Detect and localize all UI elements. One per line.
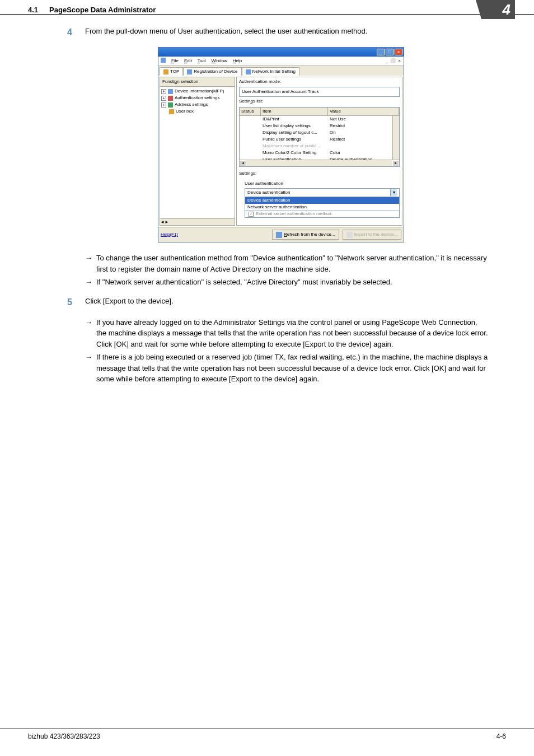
userbox-icon	[169, 109, 174, 114]
settings-label: Settings:	[239, 170, 400, 177]
chapter-number: 4	[481, 0, 515, 19]
tab-top[interactable]: TOP	[160, 67, 183, 76]
section-title: PageScope Data Administrator	[49, 6, 156, 14]
minimize-button[interactable]: _	[377, 49, 385, 55]
tree-item-auth: +Authentication settings	[161, 95, 233, 101]
chevron-down-icon[interactable]: ▾	[390, 189, 397, 196]
list-header: Status Item Value	[240, 108, 399, 116]
export-icon	[346, 232, 353, 238]
tab-row: TOP Registration of Device Network Initi…	[158, 66, 404, 76]
home-icon	[163, 69, 168, 74]
table-row: User list display settingsRestrict	[240, 123, 399, 129]
page-header: 4.1 PageScope Data Administrator 4	[0, 0, 534, 15]
dropdown-list[interactable]: Device authentication Network server aut…	[245, 197, 399, 211]
auth-icon	[168, 96, 173, 101]
settingslist-label: Settings list:	[237, 97, 402, 106]
col-status: Status	[240, 108, 261, 115]
arrow-icon: →	[85, 253, 96, 274]
settings-list: Status Item Value ID&PrintNot Use User l…	[239, 107, 400, 167]
step-text: From the pull-down menu of User authenti…	[85, 26, 489, 39]
table-row: Display setting of logout c...On	[240, 129, 399, 136]
export-button[interactable]: Export to the device...	[343, 230, 401, 240]
external-server-row: ✓External server authentication method:	[245, 211, 400, 218]
table-row: ID&PrintNot Use	[240, 116, 399, 123]
vertical-scrollbar[interactable]	[392, 116, 399, 160]
userauth-label: User authentication	[239, 180, 400, 187]
step-5: 5 Click [Export to the device].	[73, 296, 489, 309]
device-icon	[187, 69, 192, 74]
left-pane-header: Function selection:	[160, 77, 235, 87]
tab-registration[interactable]: Registration of Device	[183, 67, 241, 76]
menu-edit[interactable]: Edit	[184, 58, 192, 64]
tree-item-userbox: User box	[161, 108, 233, 115]
refresh-icon	[276, 232, 282, 238]
step5-sublist: →If you have already logged on to the Ad…	[73, 317, 489, 385]
page-footer: bizhub 423/363/283/223 4-6	[0, 729, 534, 740]
step-text: Click [Export to the device].	[85, 296, 489, 309]
footer-left: bizhub 423/363/283/223	[28, 732, 100, 740]
scroll-left-icon[interactable]: ◄	[160, 219, 165, 225]
maximize-button[interactable]: □	[386, 49, 394, 55]
expander-icon[interactable]: +	[161, 102, 166, 108]
bullet-text: If "Network server authentication" is se…	[96, 277, 489, 288]
tree-item-device: +Device information(MFP)	[161, 88, 233, 95]
network-icon	[246, 69, 251, 74]
device-icon	[168, 89, 173, 94]
tree-view[interactable]: +Device information(MFP) +Authentication…	[160, 87, 235, 218]
menu-tool[interactable]: Tool	[198, 58, 206, 64]
close-button[interactable]: ×	[395, 49, 402, 55]
scroll-right-icon[interactable]: ►	[392, 160, 399, 166]
table-row: Mono Color/2 Color SettingColor	[240, 150, 399, 156]
bottom-bar: Help(F1) Refresh from the device... Expo…	[158, 227, 404, 242]
bullet-text: If you have already logged on to the Adm…	[96, 317, 489, 350]
icon-app	[161, 58, 166, 63]
menubar: File Edit Tool Window Help _ ⬜ ×	[158, 57, 404, 66]
expander-icon[interactable]: +	[161, 96, 166, 101]
left-scrollbar[interactable]: ◄ ►	[160, 218, 235, 225]
tab-network[interactable]: Network Initial Setting	[242, 67, 299, 76]
userauth-dropdown[interactable]: Device authentication ▾ Device authentic…	[245, 188, 400, 211]
step-number: 4	[67, 26, 85, 39]
dropdown-option-selected: Device authentication	[245, 197, 399, 204]
col-value: Value	[328, 108, 399, 115]
arrow-icon: →	[85, 352, 96, 385]
app-window: _ □ × File Edit Tool Window Help _ ⬜ × T…	[158, 47, 404, 242]
step-4: 4 From the pull-down menu of User authen…	[73, 26, 489, 39]
left-pane: Function selection: +Device information(…	[160, 77, 235, 226]
settings-panel: Settings: User authentication Device aut…	[239, 170, 400, 218]
titlebar: _ □ ×	[158, 48, 404, 57]
dropdown-value: Device authentication	[247, 189, 291, 196]
table-row: User authenticationDevice authentication	[240, 156, 399, 160]
menu-help[interactable]: Help	[233, 58, 242, 64]
section-number: 4.1	[28, 6, 38, 14]
mdi-controls[interactable]: _ ⬜ ×	[385, 58, 401, 64]
table-row: Public user settingsRestrict	[240, 136, 399, 143]
refresh-button[interactable]: Refresh from the device...	[272, 230, 339, 240]
expander-icon[interactable]: +	[161, 89, 166, 94]
bullet-text: To change the user authentication method…	[96, 253, 489, 274]
menu-window[interactable]: Window	[211, 58, 227, 64]
help-link[interactable]: Help(F1)	[161, 231, 178, 238]
dropdown-option: Network server authentication	[245, 204, 399, 211]
step4-sublist: →To change the user authentication metho…	[73, 253, 489, 288]
menu-file[interactable]: File	[171, 58, 179, 64]
tree-item-address: +Address settings	[161, 101, 233, 108]
right-pane: Authentication mode: User Authentication…	[236, 77, 402, 226]
bullet-text: If there is a job being executed or a re…	[96, 352, 489, 385]
checkbox-icon: ✓	[249, 212, 254, 217]
scroll-left-icon[interactable]: ◄	[240, 160, 246, 166]
step-number: 5	[67, 296, 85, 309]
body-content: 4 From the pull-down menu of User authen…	[0, 15, 534, 385]
arrow-icon: →	[85, 317, 96, 350]
auth-mode-value: User Authentication and Account Track	[239, 87, 400, 97]
horizontal-scrollbar[interactable]: ◄ ►	[240, 160, 399, 166]
content-area: Function selection: +Device information(…	[158, 76, 404, 227]
table-row: Maximum number of public ...	[240, 143, 399, 150]
auth-mode-label: Authentication mode:	[237, 77, 402, 86]
screenshot-figure: _ □ × File Edit Tool Window Help _ ⬜ × T…	[73, 47, 489, 242]
list-body[interactable]: ID&PrintNot Use User list display settin…	[240, 116, 399, 160]
scroll-right-icon[interactable]: ►	[165, 219, 169, 225]
footer-right: 4-6	[496, 732, 506, 740]
address-icon	[168, 102, 173, 108]
arrow-icon: →	[85, 277, 96, 288]
